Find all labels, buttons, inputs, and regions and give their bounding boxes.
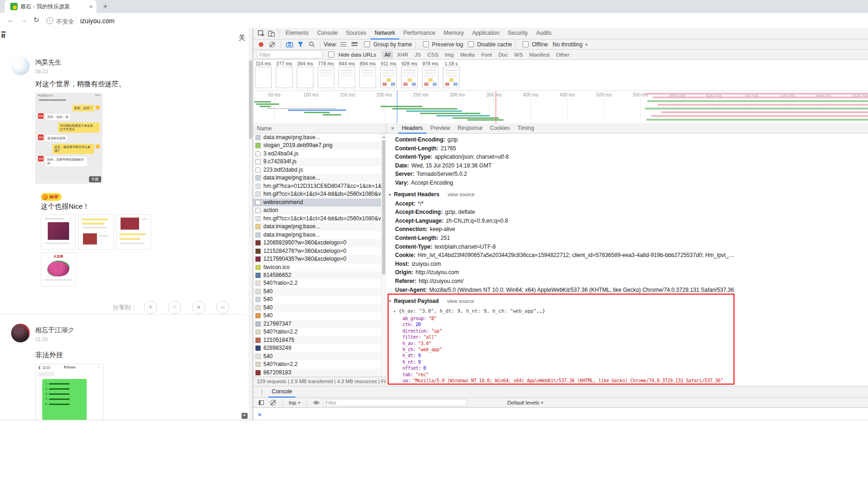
filmstrip-frame[interactable]: 911 ms — [380, 61, 397, 90]
post-image-chat-screenshot[interactable]: ❮ 12:22 果味aaa ⋯ 1. 2. — [35, 364, 103, 420]
console-drawer-tab[interactable]: Console — [268, 386, 295, 398]
resource-type-filter[interactable]: All — [382, 51, 393, 58]
post-author[interactable]: 鸿昊先生 — [35, 58, 61, 67]
resource-type-filter[interactable]: Doc — [496, 51, 511, 58]
tab-close-icon[interactable]: × — [89, 4, 93, 10]
chevron-down-icon[interactable]: ▾ — [389, 296, 391, 306]
page-scrollbar-thumb[interactable] — [249, 60, 252, 139]
browser-tab[interactable]: 最右 - 我的快乐源泉 × — [5, 0, 96, 13]
inspect-element-icon[interactable] — [256, 29, 266, 38]
post-author[interactable]: 相忘于江湖ク — [35, 326, 74, 334]
view-list-icon[interactable] — [338, 40, 348, 49]
devtools-tab[interactable]: Memory — [440, 28, 468, 39]
request-list-scrollbar[interactable] — [381, 134, 386, 377]
network-request-row[interactable]: 9.c742834f.js — [253, 158, 386, 166]
throttling-dropdown[interactable]: No throttling — [553, 41, 583, 48]
share-qzone-icon[interactable]: ☆ — [168, 301, 181, 314]
network-request-row[interactable]: favicon.ico — [253, 263, 386, 271]
chevron-down-icon[interactable]: ▾ — [393, 309, 396, 314]
network-request-row[interactable]: 540?ratio=2.2 — [253, 360, 386, 368]
network-request-row[interactable]: webrecommend — [253, 199, 386, 206]
resource-type-filter[interactable]: CSS — [425, 51, 441, 58]
preserve-log-checkbox[interactable] — [423, 41, 429, 47]
back-button[interactable]: ← — [7, 16, 14, 24]
site-logo[interactable]: R — [1, 32, 6, 39]
network-request-row[interactable]: hm.gif?cc=1&ck=1&cl=24-bit&ds=2560x1080&… — [253, 190, 386, 198]
clear-console-button[interactable] — [268, 398, 278, 407]
reload-button[interactable]: ↻ — [33, 16, 39, 24]
devtools-tab[interactable]: Application — [468, 28, 504, 39]
name-column-header[interactable]: Name — [253, 123, 386, 134]
network-request-row[interactable]: 223.bdf2dabd.js — [253, 166, 386, 174]
network-request-row[interactable]: data:image/png;base... — [253, 174, 386, 182]
devtools-tab[interactable]: Console — [313, 28, 342, 39]
disable-cache-checkbox[interactable] — [468, 41, 474, 47]
network-request-row[interactable]: data:image/png;base... — [253, 231, 386, 239]
eye-icon[interactable] — [311, 398, 321, 407]
network-request-row[interactable]: data:image/png;base... — [253, 134, 386, 141]
devtools-tab[interactable]: Elements — [281, 28, 313, 39]
network-request-row[interactable]: 3.ed24ba04.js — [253, 150, 386, 158]
capture-screenshots-icon[interactable] — [284, 40, 294, 49]
execution-context-dropdown[interactable]: top ▾ — [287, 400, 302, 405]
resource-type-filter[interactable]: JS — [412, 51, 423, 58]
device-toolbar-icon[interactable] — [266, 29, 276, 38]
filmstrip-frame[interactable]: 277 ms — [276, 61, 293, 90]
forward-button[interactable]: → — [20, 16, 27, 24]
details-tab[interactable]: Cookies — [486, 123, 514, 134]
details-tab[interactable]: Response — [454, 123, 486, 134]
new-tab-button[interactable]: + — [103, 2, 108, 10]
filmstrip-frame[interactable]: 1.18 s — [443, 61, 460, 90]
network-request-row[interactable]: 217997347 — [253, 320, 386, 328]
close-details-icon[interactable]: × — [388, 125, 397, 132]
network-request-row[interactable]: slogan_2019.deb99ae7.png — [253, 141, 386, 149]
details-tab[interactable]: Headers — [398, 123, 427, 134]
network-filter-input[interactable] — [257, 51, 323, 58]
chevron-right-icon[interactable]: ▸ — [389, 189, 391, 199]
view-source-link[interactable]: view source — [447, 296, 474, 306]
filmstrip-frame[interactable]: 394 ms — [297, 61, 313, 90]
share-link-icon[interactable]: ∞ — [216, 301, 230, 314]
request-headers-section[interactable]: ▸ Request Headers view source — [387, 189, 868, 199]
resource-type-filter[interactable]: WS — [511, 51, 526, 58]
offline-checkbox[interactable] — [523, 41, 529, 47]
request-payload-section[interactable]: ▾ Request Payload view source — [387, 296, 868, 306]
share-weibo-icon[interactable]: ★ — [192, 301, 205, 314]
network-request-row[interactable]: hm.gif?cc=1&ck=1&cl=24-bit&ds=2560x1080&… — [253, 215, 386, 223]
network-request-row[interactable]: 540?ratio=2.2 — [253, 279, 386, 287]
page-scrollbar[interactable] — [249, 28, 253, 420]
details-tab[interactable]: Timing — [514, 123, 538, 134]
network-request-row[interactable]: 540?ratio=2.2 — [253, 328, 386, 336]
details-tab[interactable]: Preview — [427, 123, 454, 134]
network-request-row[interactable]: 1208592850?w=360&xcdelogo=0 — [253, 239, 386, 247]
scroll-up-icon[interactable] — [383, 135, 385, 138]
filter-funnel-icon[interactable] — [295, 40, 306, 49]
url-text[interactable]: izuiyou.com — [80, 17, 115, 25]
request-list-scrollbar-thumb[interactable] — [382, 140, 385, 275]
group-by-frame-checkbox[interactable] — [364, 41, 370, 47]
resource-type-filter[interactable]: Other — [553, 51, 572, 58]
resource-type-filter[interactable]: Manifest — [527, 51, 552, 58]
comment-thumbnail[interactable] — [78, 214, 114, 250]
console-sidebar-icon[interactable] — [256, 398, 266, 407]
avatar[interactable] — [11, 324, 30, 342]
resource-type-filter[interactable]: XHR — [394, 51, 411, 58]
payload-object-preview[interactable]: ▾ {h_av: "3.0", h_dt: 9, h_nt: 9, h_ch: … — [387, 306, 868, 315]
network-request-row[interactable]: 867209183 — [253, 369, 386, 377]
hide-data-urls-checkbox[interactable] — [328, 51, 334, 58]
avatar[interactable] — [11, 57, 30, 75]
network-overview[interactable]: 50 ms100 ms150 ms200 ms250 ms300 ms350 m… — [253, 91, 868, 124]
console-prompt[interactable]: > — [253, 408, 868, 420]
comment-thumbnail[interactable]: 火龙果 — [41, 252, 76, 287]
view-large-icon[interactable] — [349, 40, 359, 49]
network-request-row[interactable]: 1215284278?w=360&xcdelogo=0 — [253, 247, 386, 255]
filmstrip-frame[interactable]: 928 ms — [401, 61, 418, 90]
view-source-link[interactable]: view source — [448, 189, 475, 199]
devtools-tab[interactable]: Network — [370, 28, 399, 39]
filmstrip-frame[interactable]: 978 ms — [422, 61, 439, 90]
network-request-row[interactable]: 540 — [253, 304, 386, 312]
resource-type-filter[interactable]: Font — [479, 51, 495, 58]
network-request-row[interactable]: 1217590435?w=360&xcdelogo=0 — [253, 255, 386, 263]
network-request-row[interactable]: 828983249 — [253, 344, 386, 352]
search-icon[interactable] — [306, 40, 317, 49]
